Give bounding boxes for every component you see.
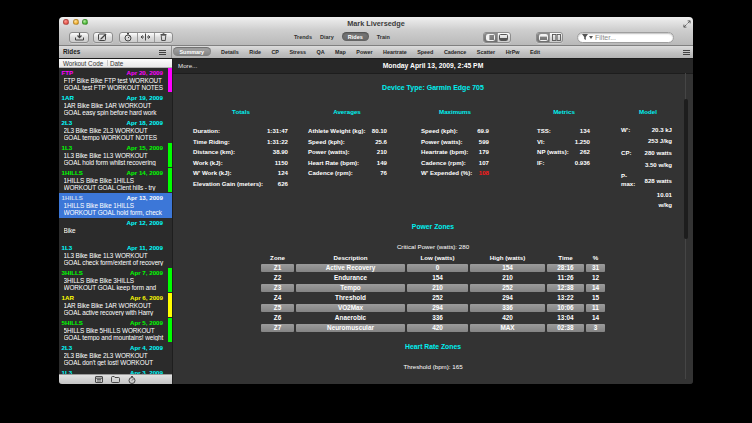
lowbar-toggle-button[interactable]: [497, 33, 510, 42]
column-date[interactable]: Date: [110, 60, 123, 67]
scope-diary[interactable]: Diary: [320, 34, 334, 40]
ride-color-bar: [168, 143, 172, 167]
tab-hrpw[interactable]: HrPw: [506, 49, 520, 55]
ride-code: 2L3: [62, 119, 73, 126]
split-activity-button[interactable]: [137, 33, 154, 42]
trash-icon: [160, 33, 167, 41]
sidebar-footer: [59, 374, 172, 384]
tab-speed[interactable]: Speed: [417, 49, 433, 55]
scope-train[interactable]: Train: [377, 34, 390, 40]
desktop-background: Mark Liversedge: [0, 0, 752, 423]
delete-activity-button[interactable]: [154, 33, 171, 42]
ride-d2: WORKOUT GOAL keep form and: [64, 284, 168, 291]
metric-value: 1150: [275, 159, 288, 166]
column-workout-code[interactable]: Workout Code: [63, 60, 103, 67]
tiled-view-button[interactable]: [549, 33, 562, 42]
zone-col-header: High (watts): [490, 254, 525, 261]
ride-d2: WORKOUT GOAL hold form, check: [64, 209, 168, 216]
layout-toggle-group: [536, 32, 563, 43]
compose-button[interactable]: [93, 32, 113, 43]
scrollbar-thumb[interactable]: [684, 99, 689, 239]
ride-entry[interactable]: 1HILLSApr 14, 20091HILLS Bike Bike 1HILL…: [59, 168, 172, 193]
model-label: max:: [621, 180, 635, 187]
ride-entry[interactable]: 1L3Apr 3, 2009: [59, 368, 172, 374]
ride-code: 1AR: [62, 94, 74, 101]
metric-label: Cadence (rpm):: [421, 159, 466, 166]
tab-ride[interactable]: Ride: [249, 49, 261, 55]
tab-stress[interactable]: Stress: [289, 49, 305, 55]
ride-entry[interactable]: 1HILLSApr 13, 20091HILLS Bike Bike 1HILL…: [59, 193, 172, 218]
ride-code: 1HILLS: [62, 169, 83, 176]
ride-entry[interactable]: 1L3Apr 15, 20091L3 Bike Bike 1L3 WORKOUT…: [59, 143, 172, 168]
scope-rides[interactable]: Rides: [342, 32, 369, 41]
zone-cell: 252: [470, 284, 545, 292]
metric-value: 38.90: [273, 148, 288, 155]
zone-cell: 28:16: [547, 264, 584, 272]
manual-activity-button[interactable]: [120, 33, 137, 42]
zone-cell: 3: [586, 324, 605, 332]
tab-qa[interactable]: QA: [316, 49, 324, 55]
sidebar-toggle-button[interactable]: [484, 33, 497, 42]
metric-label: Heart Rate (bpm):: [308, 159, 359, 166]
zone-col-header: Low (watts): [420, 254, 454, 261]
ride-actions-group: [119, 32, 173, 43]
tabbed-view-button[interactable]: [537, 33, 549, 42]
ride-date: Apr 4, 2009: [130, 344, 163, 351]
ride-d2: WORKOUT GOAL Clent hills - try: [64, 184, 168, 191]
ride-entry[interactable]: 5HILLSApr 5, 20095HILLS Bike 5HILLS WORK…: [59, 318, 172, 343]
zone-cell: Endurance: [296, 274, 405, 282]
ride-d1: 1HILLS Bike Bike 1HILLS: [64, 202, 168, 209]
zone-cell: 210: [470, 274, 545, 282]
metric-label: Power (watts):: [421, 138, 463, 145]
ride-entry[interactable]: FTPApr 20, 2009FTP Bike Bike FTP test WO…: [59, 68, 172, 93]
metric-label: Heartrate (bpm):: [421, 148, 468, 155]
ride-entry[interactable]: 2L3Apr 4, 20092L3 Bike Bike 2L3 WORKOUTG…: [59, 343, 172, 368]
zone-cell: 154: [470, 264, 545, 272]
ride-entry[interactable]: 1ARApr 19, 20091AR Bike Bike 1AR WORKOUT…: [59, 93, 172, 118]
tab-summary[interactable]: Summary: [173, 47, 211, 56]
tab-cp[interactable]: CP: [271, 49, 279, 55]
scope-selector: TrendsDiaryRidesTrain: [294, 30, 390, 43]
tab-cadence[interactable]: Cadence: [444, 49, 466, 55]
metric-label: Elevation Gain (meters):: [193, 180, 263, 187]
sidebar-menu-icon[interactable]: [159, 50, 166, 55]
tabbar-menu-icon[interactable]: [683, 50, 690, 55]
tab-details[interactable]: Details: [221, 49, 239, 55]
import-button[interactable]: [69, 32, 89, 43]
folder-icon[interactable]: [111, 376, 120, 383]
metric-value: 25.6: [375, 138, 387, 145]
metric-label: NP (watts):: [537, 148, 569, 155]
ride-date: Apr 5, 2009: [130, 319, 163, 326]
model-label: W':: [621, 126, 630, 133]
tab-edit[interactable]: Edit: [530, 49, 540, 55]
metric-label: W' Work (kJ):: [193, 169, 232, 176]
ride-d2: GOAL easy spin before hard work: [64, 109, 168, 116]
ride-d1: 1L3 Bike Bike 1L3 WORKOUT: [64, 252, 168, 259]
tab-power[interactable]: Power: [356, 49, 372, 55]
zone-cell: Z5: [261, 304, 294, 312]
metric-value: 149: [377, 159, 387, 166]
clock-icon[interactable]: [128, 376, 136, 384]
zone-col-header: Description: [333, 254, 367, 261]
fullscreen-icon[interactable]: [683, 20, 691, 28]
app-window: Mark Liversedge: [59, 17, 693, 385]
filter-input[interactable]: Filter...: [577, 32, 674, 43]
ride-color-bar: [168, 268, 172, 292]
ride-code: 1L3: [62, 244, 73, 251]
ride-entry[interactable]: 3HILLSApr 7, 20093HILLS Bike Bike 3HILLS…: [59, 268, 172, 293]
ride-code: FTP: [62, 69, 74, 76]
ride-entry[interactable]: 1L3Apr 11, 20091L3 Bike Bike 1L3 WORKOUT…: [59, 243, 172, 268]
scope-trends[interactable]: Trends: [294, 34, 312, 40]
ride-entry[interactable]: 2L3Apr 18, 20092L3 Bike Bike 2L3 WORKOUT…: [59, 118, 172, 143]
ride-entry[interactable]: Apr 12, 2009Bike: [59, 218, 172, 243]
lowbar-panel-icon: [499, 34, 508, 41]
sidebar-panel-icon: [486, 34, 495, 41]
calendar-icon[interactable]: [95, 376, 103, 383]
ride-d1: FTP Bike Bike FTP test WORKOUT: [64, 77, 168, 84]
zone-cell: 294: [470, 294, 545, 302]
zone-cell: 11:26: [547, 274, 584, 282]
ride-entry[interactable]: 1ARApr 6, 20091AR Bike Bike 1AR WORKOUTG…: [59, 293, 172, 318]
tab-map[interactable]: Map: [335, 49, 346, 55]
tab-scatter[interactable]: Scatter: [477, 49, 495, 55]
tab-heartrate[interactable]: Heartrate: [383, 49, 407, 55]
